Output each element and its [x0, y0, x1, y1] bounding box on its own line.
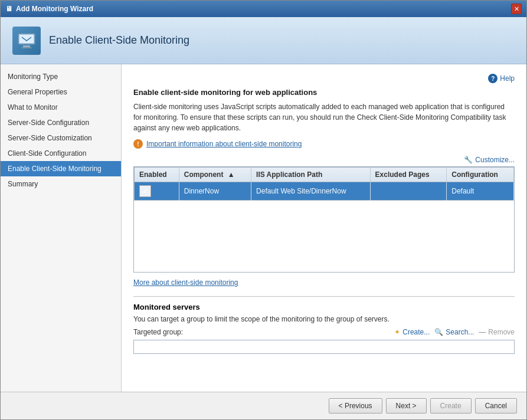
- svg-rect-2: [23, 45, 30, 47]
- customize-icon: 🔧: [464, 156, 473, 164]
- create-group-button[interactable]: ✦ Create...: [394, 328, 430, 336]
- main-content: ? Help Enable client-side monitoring for…: [122, 64, 526, 392]
- enabled-checkbox[interactable]: ✓: [139, 185, 151, 197]
- monitored-servers-desc: You can target a group to limit the scop…: [133, 315, 515, 323]
- remove-label: Remove: [488, 328, 515, 336]
- header-icon: [12, 27, 41, 55]
- wizard-footer: < Previous Next > Create Cancel: [1, 392, 526, 419]
- sidebar-item-server-side-custom[interactable]: Server-Side Customization: [1, 130, 121, 146]
- sidebar-item-enable-client-side[interactable]: Enable Client-Side Monitoring: [1, 161, 121, 176]
- create-button[interactable]: Create: [430, 398, 472, 414]
- section-description: Client-side monitoring uses JavaScript s…: [133, 101, 515, 133]
- more-link[interactable]: More about client-side monitoring: [133, 278, 238, 287]
- search-label: Search...: [446, 328, 474, 336]
- table-row[interactable]: ✓DinnerNowDefault Web Site/DinnerNowDefa…: [135, 182, 514, 201]
- content-area: Monitoring TypeGeneral PropertiesWhat to…: [1, 64, 526, 392]
- sidebar-item-client-side-config[interactable]: Client-Side Configuration: [1, 146, 121, 161]
- help-container: ? Help: [133, 74, 515, 83]
- window-icon: 🖥: [5, 5, 12, 13]
- targeted-buttons: ✦ Create... 🔍 Search... — Remove: [394, 328, 515, 336]
- monitored-servers-title: Monitored servers: [133, 303, 515, 311]
- close-button[interactable]: ✕: [511, 4, 522, 14]
- sidebar-item-monitoring-type[interactable]: Monitoring Type: [1, 69, 121, 84]
- search-group-button[interactable]: 🔍 Search...: [434, 328, 474, 336]
- info-link-text: Important information about client-side …: [146, 140, 302, 148]
- sidebar: Monitoring TypeGeneral PropertiesWhat to…: [1, 64, 122, 392]
- search-icon: 🔍: [434, 328, 443, 336]
- window-title: Add Monitoring Wizard: [16, 5, 93, 13]
- more-link-text: More about client-side monitoring: [133, 278, 238, 287]
- sidebar-item-what-to-monitor[interactable]: What to Monitor: [1, 100, 121, 115]
- customize-button[interactable]: 🔧 Customize...: [464, 156, 515, 164]
- targeted-group-input[interactable]: [133, 340, 515, 354]
- sidebar-item-summary[interactable]: Summary: [1, 176, 121, 192]
- targeted-group-row: Targeted group: ✦ Create... 🔍 Search... …: [133, 328, 515, 336]
- wizard-header: Enable Client-Side Monitoring: [1, 17, 526, 64]
- help-link[interactable]: ? Help: [488, 74, 515, 83]
- remove-icon: —: [479, 328, 486, 336]
- col-iis-path: IIS Application Path: [251, 168, 371, 182]
- previous-button[interactable]: < Previous: [329, 398, 382, 414]
- help-label: Help: [500, 74, 515, 83]
- title-bar: 🖥 Add Monitoring Wizard ✕: [1, 1, 526, 17]
- components-table: Enabled Component ▲ IIS Application Path…: [134, 167, 514, 201]
- customize-label: Customize...: [475, 156, 515, 164]
- remove-group-button[interactable]: — Remove: [479, 328, 515, 336]
- next-button[interactable]: Next >: [386, 398, 427, 414]
- sort-icon: ▲: [228, 170, 235, 179]
- section-title: Enable client-side monitoring for web ap…: [133, 88, 515, 97]
- table-container: Enabled Component ▲ IIS Application Path…: [133, 166, 515, 273]
- targeted-label: Targeted group:: [133, 328, 183, 336]
- svg-rect-3: [21, 47, 32, 48]
- sidebar-item-server-side-config[interactable]: Server-Side Configuration: [1, 115, 121, 130]
- wizard-window: 🖥 Add Monitoring Wizard ✕ Enable Client-…: [0, 0, 527, 420]
- info-link[interactable]: Important information about client-side …: [146, 140, 302, 148]
- col-component[interactable]: Component ▲: [179, 168, 251, 182]
- sidebar-item-general-properties[interactable]: General Properties: [1, 84, 121, 100]
- col-configuration: Configuration: [447, 168, 514, 182]
- cancel-button[interactable]: Cancel: [475, 398, 517, 414]
- col-enabled: Enabled: [135, 168, 179, 182]
- table-toolbar: 🔧 Customize...: [133, 156, 515, 164]
- wizard-header-title: Enable Client-Side Monitoring: [49, 34, 189, 47]
- more-link-container: More about client-side monitoring: [133, 278, 515, 287]
- info-icon: !: [133, 139, 143, 149]
- col-excluded-pages: Excluded Pages: [370, 168, 447, 182]
- create-label: Create...: [402, 328, 430, 336]
- separator: [133, 296, 515, 297]
- info-link-container: ! Important information about client-sid…: [133, 139, 515, 149]
- svg-rect-1: [19, 35, 34, 43]
- help-icon: ?: [488, 74, 497, 83]
- create-icon: ✦: [394, 328, 400, 336]
